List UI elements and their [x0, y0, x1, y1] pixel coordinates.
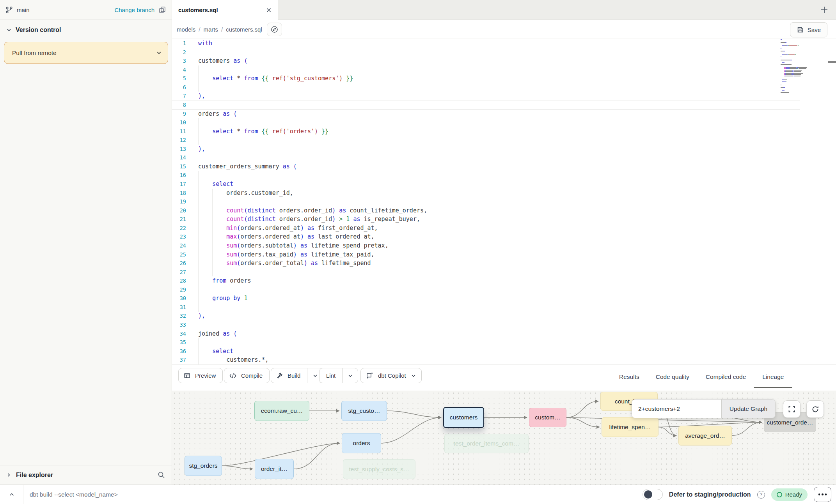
tab-lineage[interactable]: Lineage — [762, 365, 784, 389]
code-line[interactable]: 2 — [172, 48, 836, 57]
code-line[interactable]: 12 — [172, 136, 836, 145]
code-line[interactable]: 35 — [172, 338, 836, 347]
code-line[interactable]: 15customer_orders_summary as ( — [172, 162, 836, 171]
code-line[interactable]: 10 — [172, 118, 836, 127]
dot — [818, 493, 820, 495]
copy-icon[interactable] — [158, 6, 166, 14]
line-number: 10 — [172, 118, 186, 127]
code-line[interactable]: 23 max(orders.ordered_at) as last_ordere… — [172, 232, 836, 241]
file-tab-title: customers.sql — [178, 7, 218, 13]
lineage-node-ecomraw_cu[interactable]: ecom.raw_cu… — [254, 401, 309, 421]
save-button[interactable]: Save — [790, 22, 827, 37]
lineage-node-lifetime_spen[interactable]: lifetime_spen… — [602, 417, 659, 437]
code-line[interactable]: 14 — [172, 153, 836, 162]
code-line[interactable]: 16 — [172, 171, 836, 180]
line-number: 36 — [172, 347, 186, 356]
lineage-node-order_it[interactable]: order_it… — [255, 459, 294, 479]
toolbar-band: Preview Compile Build — [172, 364, 836, 391]
code-line[interactable]: 20 count(distinct orders.order_id) as co… — [172, 206, 836, 215]
docs-compass-button[interactable] — [267, 23, 282, 36]
code-editor[interactable]: 1with23customers as (45 select * from {{… — [172, 39, 836, 364]
line-number: 23 — [172, 232, 186, 241]
code-line[interactable]: 8 — [172, 101, 836, 110]
lineage-node-customers[interactable]: customers — [443, 407, 484, 428]
breadcrumb-item[interactable]: customers.sql — [226, 26, 262, 33]
lineage-search-input[interactable] — [632, 400, 721, 418]
lineage-node-test_supply_costs_s[interactable]: test_supply_costs_s… — [343, 459, 415, 479]
help-icon[interactable]: ? — [757, 491, 765, 499]
file-explorer-row[interactable]: File explorer — [0, 465, 172, 485]
lineage-node-custom[interactable]: custom… — [529, 408, 566, 427]
code-line[interactable]: 17 select — [172, 180, 836, 189]
defer-toggle[interactable] — [643, 489, 663, 500]
lineage-node-average_ord[interactable]: average_ord… — [678, 426, 732, 446]
command-hint[interactable]: dbt build --select <model_name> — [30, 485, 118, 504]
update-graph-button[interactable]: Update Graph — [721, 400, 775, 418]
code-line[interactable]: 28 from orders — [172, 276, 836, 285]
lineage-node-stg_orders[interactable]: stg_orders — [185, 456, 222, 476]
code-line[interactable]: 9orders as ( — [172, 110, 836, 118]
code-line[interactable]: 7), — [172, 92, 836, 101]
code-line[interactable]: 3customers as ( — [172, 57, 836, 65]
code-line[interactable]: 36 select — [172, 347, 836, 356]
tab-code-quality[interactable]: Code quality — [656, 365, 689, 389]
code-line[interactable]: 13), — [172, 145, 836, 154]
code-line[interactable]: 21 count(distinct orders.order_id) > 1 a… — [172, 215, 836, 224]
lint-button[interactable]: Lint — [319, 368, 358, 383]
build-label: Build — [286, 372, 302, 379]
search-icon[interactable] — [157, 471, 165, 479]
more-options-button[interactable] — [814, 487, 831, 502]
breadcrumb-item[interactable]: models — [177, 26, 195, 33]
code-line[interactable]: 27 — [172, 268, 836, 277]
code-line[interactable]: 11 select * from {{ ref('orders') }} — [172, 127, 836, 136]
change-branch-link[interactable]: Change branch — [114, 7, 154, 13]
code-line[interactable]: 29 — [172, 285, 836, 294]
code-line[interactable]: 26 sum(orders.order_total) as lifetime_s… — [172, 259, 836, 268]
pull-from-remote-button[interactable]: Pull from remote — [4, 42, 168, 64]
tab-strip: customers.sql — [172, 0, 836, 20]
fullscreen-button[interactable] — [783, 400, 801, 418]
close-tab-icon[interactable] — [266, 7, 272, 13]
compile-button[interactable]: Compile — [224, 368, 270, 383]
copilot-label: dbt Copilot — [376, 372, 408, 379]
code-icon — [229, 373, 236, 378]
preview-button[interactable]: Preview — [178, 368, 223, 383]
code-line[interactable]: 33 — [172, 320, 836, 329]
code-line[interactable]: 19 — [172, 197, 836, 206]
code-line[interactable]: 4 — [172, 65, 836, 74]
code-line[interactable]: 37 customers.*, — [172, 355, 836, 364]
code-line[interactable]: 32), — [172, 311, 836, 320]
code-line[interactable]: 22 min(orders.ordered_at) as first_order… — [172, 224, 836, 233]
code-line[interactable]: 18 orders.customer_id, — [172, 189, 836, 198]
lineage-node-orders[interactable]: orders — [342, 433, 381, 453]
tab-compiled-code[interactable]: Compiled code — [706, 365, 746, 389]
collapse-panel-button[interactable] — [0, 485, 23, 504]
lineage-node-test_order_items_com[interactable]: test_order_items_com… — [444, 434, 529, 453]
tab-results[interactable]: Results — [619, 365, 639, 389]
build-button[interactable]: Build — [271, 368, 323, 383]
pull-from-remote-dropdown[interactable] — [150, 42, 168, 64]
code-line[interactable]: 5 select * from {{ ref('stg_customers') … — [172, 74, 836, 83]
breadcrumb-item[interactable]: marts — [204, 26, 218, 33]
version-control-header[interactable]: Version control — [0, 23, 172, 37]
plus-icon — [820, 5, 829, 14]
code-line[interactable]: 31 — [172, 303, 836, 312]
code-line[interactable]: 6 — [172, 83, 836, 92]
scrollbar-thumb[interactable] — [828, 61, 836, 63]
dbt-copilot-button[interactable]: dbt Copilot — [360, 368, 422, 383]
code-line[interactable]: 30 group by 1 — [172, 294, 836, 303]
line-number: 9 — [172, 110, 186, 118]
ready-label: Ready — [785, 491, 802, 498]
new-tab-button[interactable] — [820, 5, 829, 14]
code-line[interactable]: 34joined as ( — [172, 329, 836, 338]
file-tab-customers-sql[interactable]: customers.sql — [172, 0, 278, 20]
code-line[interactable]: 1with — [172, 39, 836, 48]
code-line[interactable]: 24 sum(orders.subtotal) as lifetime_spen… — [172, 241, 836, 250]
lineage-panel[interactable]: ecom.raw_cu…stg_custo…ordersstg_ordersor… — [172, 391, 836, 485]
code-line[interactable]: 25 sum(orders.tax_paid) as lifetime_tax_… — [172, 250, 836, 259]
lineage-node-stg_custo[interactable]: stg_custo… — [341, 401, 387, 421]
line-number: 18 — [172, 189, 186, 198]
lint-dropdown[interactable] — [342, 368, 358, 383]
refresh-button[interactable] — [806, 400, 824, 418]
line-number: 8 — [172, 101, 186, 110]
